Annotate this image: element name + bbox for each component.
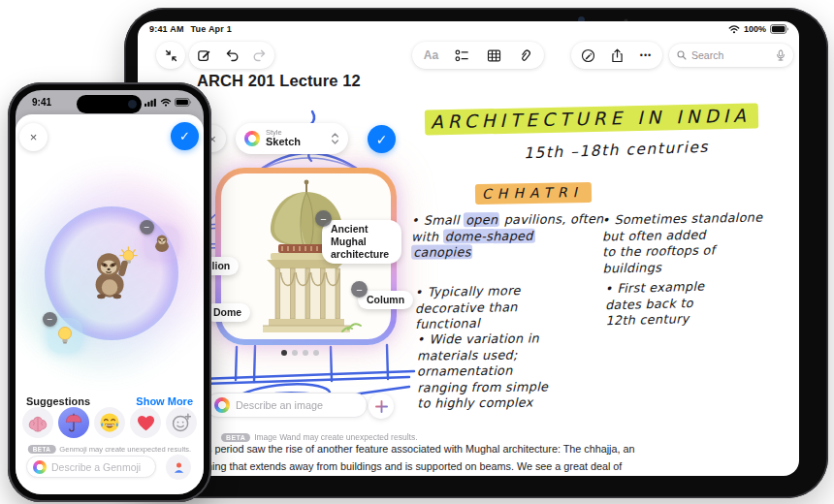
describe-genmoji-input[interactable] (51, 461, 149, 473)
page-dot[interactable] (281, 350, 287, 356)
beta-text: Image Wand may create unexpected results… (254, 432, 417, 442)
describe-image-input[interactable] (236, 399, 359, 411)
chevron-up-down-icon (331, 132, 339, 145)
wifi-icon (728, 24, 740, 34)
suggestions-label: Suggestions (26, 395, 90, 407)
note-title: ARCH 201 Lecture 12 (197, 72, 361, 90)
remove-ingredient-button[interactable]: − (140, 220, 154, 235)
battery-percent: 100% (744, 24, 766, 34)
beta-badge: BETA (28, 445, 56, 454)
attachment-icon[interactable] (513, 43, 538, 68)
compose-icon[interactable] (192, 43, 217, 68)
battery-icon (175, 98, 192, 107)
undo-icon[interactable] (219, 43, 244, 68)
suggestion-umbrella-selected[interactable] (58, 407, 89, 438)
suggestion-brain[interactable] (22, 407, 53, 438)
remove-tag-button[interactable]: − (315, 210, 332, 227)
bullet-left-3-text: Wide variation in materials used; orname… (417, 331, 548, 410)
show-more-link[interactable]: Show More (136, 395, 193, 407)
sloth-emoji (149, 231, 175, 256)
result-page-dots[interactable] (281, 350, 319, 356)
handwritten-subheading: 15th –18th centuries (524, 139, 709, 163)
battery-icon (770, 24, 789, 34)
bullet-left-2: •Typically more decorative than function… (415, 283, 522, 332)
bullet-right-2-text: First example dates back to 12th century (605, 279, 705, 329)
dictate-mic-icon[interactable] (775, 49, 786, 62)
bullet-right-1: •Sometimes standalone but often added to… (601, 210, 763, 277)
bullet-glyph: • (415, 285, 423, 299)
camera-lens (128, 100, 137, 109)
genmoji-accept-button[interactable]: ✓ (171, 122, 199, 150)
genmoji-close-button[interactable]: × (19, 123, 48, 151)
describe-genmoji-field[interactable] (26, 456, 156, 478)
redo-icon[interactable] (247, 43, 273, 68)
ipad-status-bar: 9:41 AMTue Apr 1 (149, 24, 232, 34)
add-image-button[interactable] (369, 394, 394, 419)
table-icon[interactable] (481, 43, 506, 68)
beta-badge: BETA (221, 433, 250, 442)
tag-chip[interactable]: Ancient Mughal architecture (322, 220, 401, 264)
image-wand-beta-note: BETA Image Wand may create unexpected re… (221, 432, 418, 442)
bullet-right-1-text: Sometimes standalone but often added to … (602, 210, 763, 275)
toolbar-group-format: Aa (412, 42, 544, 69)
page-dot[interactable] (292, 350, 298, 356)
bullet-left-1-text: Small open pavilions, often with dome-sh… (411, 211, 604, 260)
style-picker[interactable]: Style Sketch (236, 123, 348, 154)
bullet-right-2: •First example dates back to 12th centur… (604, 279, 705, 330)
suggestion-joy-face[interactable] (94, 407, 125, 438)
tag-dome: Dome (205, 303, 250, 322)
describe-image-field[interactable] (206, 393, 368, 418)
format-text-icon[interactable]: Aa (418, 43, 443, 68)
more-icon[interactable]: ••• (633, 43, 658, 68)
genmoji-canvas: − − (20, 184, 199, 362)
bullet-left-1: •Small open pavilions, often with dome-s… (411, 211, 604, 261)
paragraph-line-2: ning that extends away from buildings an… (207, 458, 635, 476)
remove-tag-button[interactable]: − (351, 281, 368, 298)
checklist-icon[interactable] (450, 43, 475, 68)
style-value: Sketch (266, 137, 325, 148)
ipad-device: 9:41 AMTue Apr 1 100% (124, 8, 828, 498)
bullet-glyph: • (604, 281, 612, 296)
collapse-note-icon[interactable] (158, 43, 183, 68)
remove-ingredient-button[interactable]: − (43, 312, 57, 327)
image-wand-accept-button[interactable]: ✓ (368, 125, 396, 153)
search-input[interactable] (691, 49, 771, 61)
sloth-with-lightbulb-emoji (81, 243, 142, 303)
iphone-screen: 9:41 × ✓ (16, 90, 204, 494)
iphone-status-bar: 9:41 (16, 90, 204, 113)
ipad-status-right: 100% (728, 24, 789, 34)
iphone-time: 9:41 (32, 97, 51, 108)
suggestion-row (22, 407, 197, 438)
page-dot[interactable] (313, 350, 319, 356)
search-field[interactable] (669, 44, 793, 67)
image-playground-icon (244, 131, 260, 146)
markup-pen-icon[interactable] (575, 43, 600, 68)
search-icon (676, 49, 688, 61)
suggestions-header: Suggestions Show More (26, 395, 193, 407)
add-emoji-icon (171, 412, 192, 433)
ingredient-chip-lightbulb: − (48, 318, 82, 353)
lightbulb-emoji (53, 324, 77, 347)
ingredient-chip-sloth: − (144, 226, 179, 261)
suggestion-heart[interactable] (130, 407, 161, 438)
plus-icon (375, 400, 388, 413)
toolbar-group-edit (189, 42, 274, 69)
tag-chip[interactable]: Dome (205, 303, 250, 322)
red-heart-emoji (136, 414, 156, 432)
page-dot[interactable] (303, 350, 308, 356)
share-icon[interactable] (604, 43, 629, 68)
toolbar-group-actions: ••• (571, 42, 662, 69)
people-button[interactable] (166, 455, 191, 480)
paragraph-line-1: s period saw the rise of another feature… (207, 441, 635, 458)
stage: 9:41 AMTue Apr 1 100% (0, 0, 834, 504)
style-text: Style Sketch (266, 129, 325, 147)
ipad-date: Tue Apr 1 (191, 24, 232, 34)
typed-paragraph: s period saw the rise of another feature… (207, 441, 635, 475)
person-icon (172, 460, 186, 475)
dynamic-island (77, 95, 142, 113)
bullet-glyph: • (601, 212, 609, 227)
face-with-tears-of-joy-emoji (99, 412, 120, 433)
genmoji-sheet: × ✓ (16, 114, 204, 494)
suggestion-add-emoji[interactable] (166, 407, 197, 438)
bullet-glyph: • (417, 332, 425, 347)
